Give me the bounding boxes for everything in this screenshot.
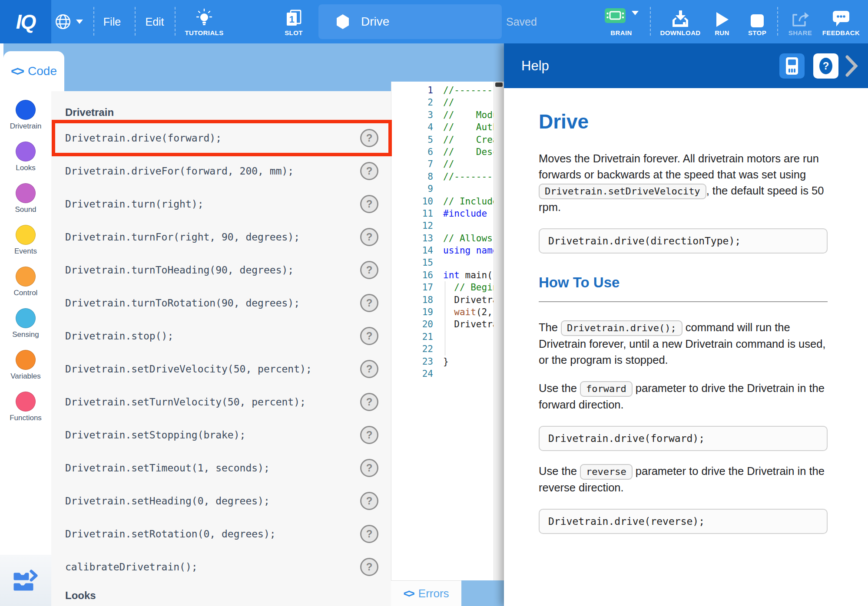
command-next-section-title: Looks: [51, 587, 391, 604]
command-row[interactable]: Drivetrain.drive(forward);?: [51, 122, 391, 155]
sidebar-item-drivetrain[interactable]: Drivetrain: [10, 100, 42, 131]
sidebar-item-label: Events: [14, 247, 37, 256]
editor-line: 11#include "vex.h": [391, 207, 504, 220]
file-menu[interactable]: File: [98, 0, 126, 43]
line-number: 15: [391, 257, 433, 269]
stop-button[interactable]: STOP: [739, 0, 776, 43]
command-row[interactable]: Drivetrain.setDriveVelocity(50, percent)…: [51, 352, 391, 385]
code-example: Drivetrain.drive(forward);: [539, 426, 828, 451]
play-icon: [715, 0, 729, 28]
command-row[interactable]: Drivetrain.turnFor(right, 90, degrees);?: [51, 221, 391, 254]
editor-line: 21: [391, 331, 504, 343]
project-name-button[interactable]: Drive: [318, 4, 502, 39]
command-row[interactable]: Drivetrain.turnToRotation(90, degrees);?: [51, 287, 391, 319]
collapse-help-button[interactable]: [845, 55, 858, 77]
command-row[interactable]: Drivetrain.driveFor(forward, 200, mm);?: [51, 155, 391, 188]
edit-menu[interactable]: Edit: [140, 0, 169, 43]
line-number: 16: [391, 269, 433, 281]
chevron-right-icon: [845, 55, 858, 77]
command-text: Drivetrain.turnToHeading(90, degrees);: [65, 264, 294, 276]
indent-guide: [445, 281, 445, 356]
slot-button[interactable]: 1 SLOT: [272, 0, 315, 43]
command-help-button[interactable]: ?: [360, 459, 378, 477]
language-menu[interactable]: [54, 0, 83, 43]
command-row[interactable]: Drivetrain.setHeading(0, degrees);?: [51, 484, 391, 517]
code-editor[interactable]: 1//-------------------------------------…: [391, 82, 504, 580]
help-title: Help: [521, 58, 771, 74]
tab-code[interactable]: <> Code: [3, 51, 64, 91]
sidebar-item-label: Variables: [10, 372, 41, 381]
sidebar-item-label: Control: [14, 289, 38, 297]
command-row[interactable]: Drivetrain.setRotation(0, degrees);?: [51, 517, 391, 550]
share-label: SHARE: [788, 29, 812, 36]
command-help-button[interactable]: ?: [360, 327, 378, 345]
editor-line: 20 Drivetrain.stop();: [391, 318, 504, 330]
tab-errors[interactable]: <> Errors: [391, 580, 461, 606]
chevron-down-icon: [76, 20, 83, 24]
line-number: 10: [391, 195, 433, 207]
download-button[interactable]: DOWNLOAD: [656, 0, 704, 43]
command-row[interactable]: Drivetrain.stop();?: [51, 319, 391, 352]
help-paragraph: The Drivetrain.drive(); command will run…: [539, 319, 828, 368]
sidebar-item-sound[interactable]: Sound: [15, 183, 36, 214]
sidebar-item-looks[interactable]: Looks: [16, 142, 36, 172]
control-category-icon: [16, 267, 36, 287]
sidebar-item-variables[interactable]: Variables: [10, 350, 41, 381]
save-status: Saved: [506, 0, 537, 43]
sidebar-item-sensing[interactable]: Sensing: [12, 308, 39, 339]
command-row[interactable]: Drivetrain.turnToHeading(90, degrees);?: [51, 254, 391, 287]
command-help-button[interactable]: ?: [360, 393, 378, 411]
command-help-button[interactable]: ?: [360, 525, 378, 543]
command-row[interactable]: Drivetrain.setTimeout(1, seconds);?: [51, 451, 391, 484]
brain-button[interactable]: BRAIN: [595, 0, 647, 43]
command-row[interactable]: Drivetrain.setStopping(brake);?: [51, 418, 391, 451]
code-icon: <>: [11, 64, 23, 79]
command-help-button[interactable]: ?: [360, 294, 378, 312]
editor-scrollbar[interactable]: [494, 82, 504, 580]
command-help-button[interactable]: ?: [360, 129, 378, 147]
command-help-button[interactable]: ?: [360, 162, 378, 180]
sidebar-item-label: Drivetrain: [10, 122, 42, 131]
sidebar-item-events[interactable]: Events: [14, 225, 37, 256]
sidebar-item-control[interactable]: Control: [14, 267, 38, 297]
feedback-button[interactable]: FEEDBACK: [817, 0, 865, 43]
command-text: Drivetrain.drive(forward);: [65, 132, 222, 144]
inline-code-chip: Drivetrain.setDriveVelocity: [539, 184, 706, 199]
editor-line: 17 // Begin project code: [391, 281, 504, 293]
brain-label: BRAIN: [610, 29, 632, 36]
device-help-button[interactable]: [779, 53, 805, 79]
line-number: 23: [391, 356, 433, 368]
sidebar-item-functions[interactable]: Functions: [10, 392, 42, 422]
line-number: 7: [391, 158, 433, 170]
editor-line: 7//: [391, 158, 504, 170]
run-button[interactable]: RUN: [705, 0, 739, 43]
command-help-button[interactable]: ?: [360, 261, 378, 279]
command-help-button[interactable]: ?: [360, 492, 378, 510]
errors-bar: <> Errors: [391, 580, 504, 606]
command-help-button[interactable]: ?: [360, 426, 378, 444]
help-question-button[interactable]: ?: [813, 53, 838, 79]
command-text: Drivetrain.turnToRotation(90, degrees);: [65, 297, 300, 309]
command-row[interactable]: Drivetrain.turn(right);?: [51, 188, 391, 221]
command-row[interactable]: Drivetrain.setTurnVelocity(50, percent);…: [51, 385, 391, 418]
switch-to-blocks-button[interactable]: [0, 555, 51, 606]
command-text: Drivetrain.turnFor(right, 90, degrees);: [65, 231, 300, 243]
code-example: Drivetrain.drive(directionType);: [539, 228, 828, 254]
stop-label: STOP: [748, 29, 766, 36]
functions-category-icon: [16, 392, 36, 412]
globe-icon: [54, 13, 72, 31]
line-code: //: [443, 158, 454, 170]
line-number: 13: [391, 232, 433, 244]
tutorials-button[interactable]: TUTORIALS: [180, 0, 228, 43]
command-help-button[interactable]: ?: [360, 360, 378, 378]
command-help-button[interactable]: ?: [360, 228, 378, 246]
scrollbar-thumb[interactable]: [495, 82, 503, 87]
line-number: 21: [391, 331, 433, 343]
sidebar-item-label: Sound: [15, 205, 36, 214]
command-row[interactable]: calibrateDrivetrain();?: [51, 550, 391, 583]
command-help-button[interactable]: ?: [360, 195, 378, 213]
share-button[interactable]: SHARE: [781, 0, 820, 43]
line-number: 20: [391, 318, 433, 330]
command-help-button[interactable]: ?: [360, 558, 378, 576]
command-text: Drivetrain.setTurnVelocity(50, percent);: [65, 396, 306, 408]
